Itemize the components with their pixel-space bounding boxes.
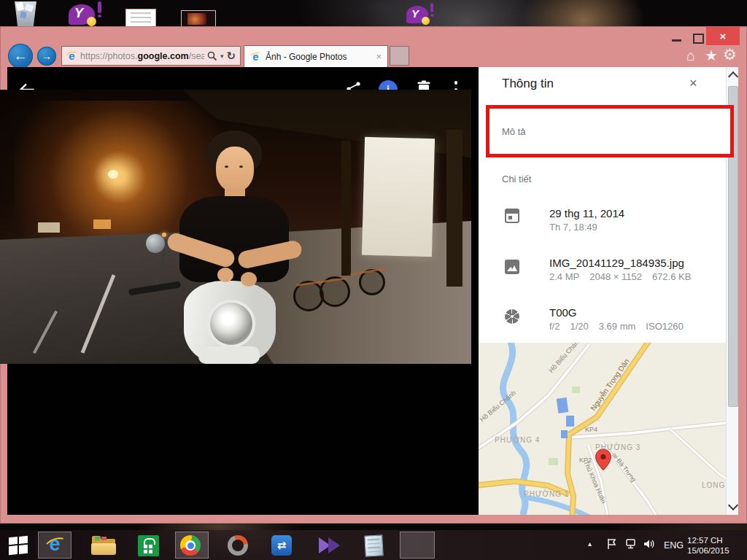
map-label: LONG [702, 481, 725, 489]
yahoo-emoticon [422, 17, 430, 25]
red-annotation-box: Mô tả [486, 105, 734, 158]
file-dimensions: 2048 × 1152 [589, 271, 642, 282]
camera-iso: ISO1260 [646, 321, 683, 332]
camera-settings: f/2 1/20 3.69 mm ISO1260 [549, 321, 684, 332]
scroll-down-icon[interactable] [728, 500, 738, 510]
map-label: PHƯỜNG 3 [595, 443, 640, 451]
browser-forward-button[interactable]: → [37, 47, 56, 66]
start-button[interactable] [9, 536, 28, 556]
address-dropdown-caret-icon[interactable]: ▾ [220, 52, 224, 60]
yahoo-y-glyph: Y [74, 6, 83, 21]
camera-focal-length: 3.69 mm [599, 321, 636, 332]
teamviewer-arrows-glyph: ⇄ [277, 539, 287, 552]
forward-arrow-icon: → [42, 50, 52, 62]
scooter-fender [198, 346, 260, 364]
ie-page-icon: e [66, 50, 77, 61]
map-label: PHƯỜNG 4 [495, 436, 540, 444]
taskbar-clock[interactable]: 12:57 CH 15/06/2015 [687, 535, 740, 556]
new-tab-button[interactable] [390, 46, 409, 66]
settings-gear-icon[interactable]: ⚙ [723, 47, 737, 62]
description-field[interactable]: Mô tả [502, 126, 526, 137]
distant-light [162, 233, 166, 237]
taskbar-file-explorer-icon[interactable] [92, 539, 115, 554]
photo-day-time: Th 7, 18:49 [549, 222, 597, 233]
photo-date: 29 thg 11, 2014 [549, 207, 624, 219]
street-sign [38, 222, 60, 233]
pillar [446, 130, 462, 287]
person-eye [239, 166, 243, 168]
taskbar-internet-explorer-icon[interactable]: e [44, 533, 66, 556]
tab-google-photos[interactable]: e Ảnh - Google Photos × [244, 45, 388, 67]
close-window-button[interactable]: × [706, 27, 740, 45]
search-icon[interactable] [207, 51, 217, 61]
minimize-button[interactable] [672, 39, 681, 42]
info-panel-title: Thông tin [502, 77, 554, 91]
action-center-flag-icon[interactable] [607, 538, 617, 550]
person-face [216, 147, 254, 192]
maximize-button[interactable] [693, 34, 704, 44]
home-icon[interactable]: ⌂ [686, 48, 695, 63]
yahoo-y-glyph: Y [411, 7, 419, 20]
url-text: https://photos.google.com/sear [80, 51, 204, 61]
favorites-star-icon[interactable]: ★ [705, 48, 718, 63]
streetlight-bulb [108, 170, 118, 179]
map-label: PHƯỜNG 1 [524, 490, 569, 498]
yahoo-exclamation [430, 3, 433, 12]
calendar-icon [505, 209, 519, 223]
language-indicator[interactable]: ENG [664, 540, 684, 551]
file-meta: 2.4 MP 2048 × 1152 672.6 KB [549, 271, 691, 282]
address-bar[interactable]: e https://photos.google.com/sear ▾ ↻ [61, 46, 241, 66]
camera-model: T00G [549, 306, 577, 319]
details-heading: Chi tiết [502, 174, 531, 184]
image-file-icon [505, 260, 519, 274]
network-icon[interactable] [626, 539, 638, 549]
scooter-mirror [146, 234, 165, 253]
file-size: 672.6 KB [652, 271, 692, 282]
recycle-bin-icon[interactable] [13, 1, 38, 26]
tray-expand-icon[interactable]: ▴ [588, 540, 595, 547]
clock-date: 15/06/2015 [687, 545, 740, 556]
person-hand [241, 272, 257, 287]
map-graphics [479, 343, 738, 515]
tab-title: Ảnh - Google Photos [266, 52, 347, 62]
browser-back-button[interactable]: ← [8, 44, 33, 69]
map-park [572, 386, 580, 393]
map-building [561, 430, 568, 438]
file-name: IMG_20141129_184935.jpg [549, 257, 684, 269]
map-building [557, 397, 569, 413]
lit-shopfront [93, 219, 111, 229]
yahoo-messenger-desktop-icon[interactable]: Y [69, 4, 95, 25]
map-river-branch [524, 497, 594, 515]
map-park [549, 458, 558, 465]
person-hand [217, 268, 233, 282]
tab-close-icon[interactable]: × [376, 51, 382, 62]
map-building [566, 416, 574, 427]
volume-speaker-icon[interactable] [643, 539, 656, 549]
taskbar-browser-ring-icon[interactable] [228, 535, 248, 556]
camera-fstop: f/2 [549, 321, 560, 332]
map-label: KP4 [585, 426, 597, 433]
camera-exposure: 1/20 [570, 321, 588, 332]
taskbar-kmplayer-icon-part [328, 537, 340, 553]
location-map[interactable]: Hồ Biểu Chánh Nguyễn Trọng Dân Hồ Biểu C… [479, 343, 738, 515]
scroll-up-icon[interactable] [728, 71, 738, 82]
taskbar-teamviewer-icon[interactable]: ⇄ [271, 535, 292, 556]
file-megapixels: 2.4 MP [549, 271, 579, 282]
yahoo-emoticon [87, 17, 96, 26]
close-icon: × [720, 30, 727, 42]
refresh-icon[interactable]: ↻ [226, 50, 236, 63]
info-panel-close-icon[interactable]: × [689, 76, 697, 91]
yahoo-exclamation [98, 1, 101, 13]
taskbar-windows-store-icon[interactable] [138, 535, 159, 556]
photo-night-street-scene[interactable] [0, 90, 471, 364]
taskbar-yahoo-messenger-icon[interactable]: Y [406, 6, 428, 23]
pillar [341, 141, 351, 276]
person-eye [225, 166, 228, 168]
clock-time: 12:57 CH [687, 535, 740, 545]
taskbar-notepad-icon[interactable] [364, 534, 383, 556]
taskbar-chrome-icon[interactable] [180, 535, 201, 556]
scooter-headlight [210, 303, 252, 345]
back-arrow-icon: ← [14, 48, 28, 64]
taskbar-active-highlight [400, 532, 435, 559]
bright-wall-panel [362, 137, 435, 257]
